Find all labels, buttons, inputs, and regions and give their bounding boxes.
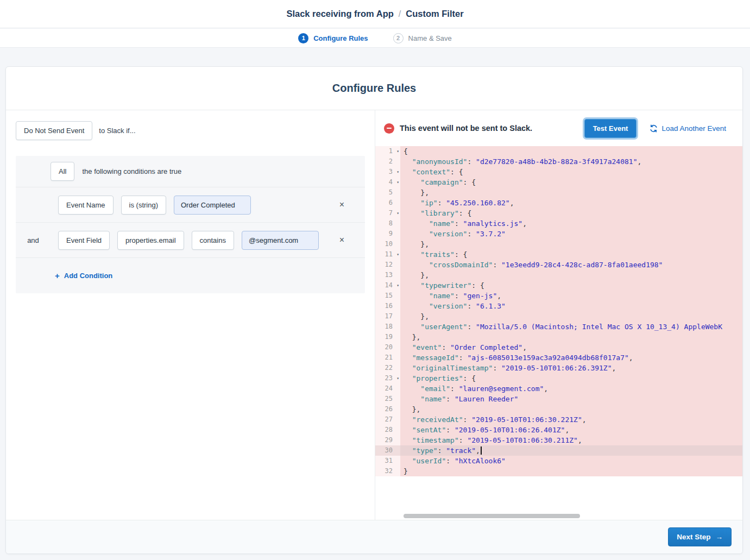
condition-pill-button[interactable]: Event Field: [58, 231, 110, 250]
line-number: 9: [375, 229, 400, 239]
remove-condition-button[interactable]: ×: [337, 235, 346, 246]
condition-pill-button[interactable]: properties.email: [117, 231, 184, 250]
condition-value-input[interactable]: [242, 231, 319, 250]
line-number: 25: [375, 394, 400, 404]
code-content[interactable]: "ip": "45.250.160.82",: [400, 198, 742, 208]
code-content[interactable]: "version": "3.7.2": [400, 229, 742, 239]
horizontal-scrollbar[interactable]: [404, 514, 580, 518]
line-number: 14▾: [375, 280, 400, 291]
code-content[interactable]: },: [400, 404, 742, 414]
condition-pill-button[interactable]: Event Name: [58, 196, 114, 215]
code-content[interactable]: },: [400, 239, 742, 249]
event-preview-panel: This event will not be sent to Slack. Te…: [375, 110, 742, 520]
code-line: 30 "type": "track",: [375, 445, 742, 456]
load-another-event-link[interactable]: Load Another Event: [650, 124, 726, 133]
code-line: 31 "userId": "hXtcAlook6": [375, 456, 742, 466]
code-content[interactable]: "originalTimestamp": "2019-05-10T01:06:2…: [400, 363, 742, 373]
fold-arrow-icon[interactable]: ▾: [396, 208, 399, 218]
next-step-button[interactable]: Next Step →: [668, 527, 732, 546]
fold-arrow-icon[interactable]: ▾: [396, 249, 399, 260]
code-content[interactable]: "receivedAt": "2019-05-10T01:06:30.221Z"…: [400, 414, 742, 425]
code-line: 13 },: [375, 270, 742, 280]
code-content[interactable]: },: [400, 187, 742, 198]
code-content[interactable]: "userId": "hXtcAlook6": [400, 456, 742, 466]
code-content[interactable]: "version": "6.1.3": [400, 301, 742, 311]
code-content[interactable]: }: [400, 466, 742, 476]
code-line: 26 },: [375, 404, 742, 414]
code-content[interactable]: "name": "analytics.js",: [400, 218, 742, 229]
card-title: Configure Rules: [6, 67, 742, 110]
code-content[interactable]: {: [400, 146, 742, 156]
code-content[interactable]: },: [400, 332, 742, 342]
code-line: 20 "event": "Order Completed",: [375, 342, 742, 353]
code-content[interactable]: "context": {: [400, 167, 742, 177]
filter-status-text: This event will not be sent to Slack.: [400, 124, 532, 133]
code-content[interactable]: "userAgent": "Mozilla/5.0 (Macintosh; In…: [400, 322, 742, 332]
fold-arrow-icon[interactable]: ▾: [396, 167, 399, 177]
code-content[interactable]: "typewriter": {: [400, 280, 742, 291]
line-number: 12: [375, 260, 400, 270]
code-line: 3▾ "context": {: [375, 167, 742, 177]
line-number: 28: [375, 425, 400, 435]
code-line: 28 "sentAt": "2019-05-10T01:06:26.401Z",: [375, 425, 742, 435]
code-line: 21 "messageId": "ajs-6085013e159ac3a92a0…: [375, 353, 742, 363]
code-line: 7▾ "library": {: [375, 208, 742, 218]
code-content[interactable]: "anonymousId": "d2e77820-a48b-4b2b-882a-…: [400, 156, 742, 167]
remove-condition-button[interactable]: ×: [337, 199, 346, 210]
breadcrumb-primary[interactable]: Slack receiving from App: [286, 9, 393, 19]
line-number: 2: [375, 156, 400, 167]
code-content[interactable]: "name": "Lauren Reeder": [400, 394, 742, 404]
code-content[interactable]: },: [400, 311, 742, 322]
add-condition-row: + Add Condition: [16, 257, 365, 293]
code-content[interactable]: "properties": {: [400, 373, 742, 383]
condition-pill-button[interactable]: is (string): [121, 196, 166, 215]
match-type-button[interactable]: All: [51, 162, 74, 181]
code-content[interactable]: "crossDomainId": "1e3eedd9-28c4-428c-ad8…: [400, 260, 742, 270]
condition-pill-button[interactable]: contains: [192, 231, 234, 250]
line-number: 5: [375, 187, 400, 198]
line-number: 31: [375, 456, 400, 466]
code-line: 5 },: [375, 187, 742, 198]
test-event-button[interactable]: Test Event: [584, 119, 637, 138]
code-content[interactable]: "event": "Order Completed",: [400, 342, 742, 353]
refresh-icon: [650, 124, 658, 133]
code-content[interactable]: "campaign": {: [400, 177, 742, 187]
step-number-icon: 1: [298, 33, 308, 43]
line-number: 16: [375, 301, 400, 311]
code-content[interactable]: "library": {: [400, 208, 742, 218]
code-content[interactable]: "timestamp": "2019-05-10T01:06:30.211Z",: [400, 435, 742, 445]
line-number: 11▾: [375, 249, 400, 260]
add-condition-label: Add Condition: [64, 272, 113, 280]
code-line: 23▾ "properties": {: [375, 373, 742, 383]
code-content[interactable]: "messageId": "ajs-6085013e159ac3a92a0494…: [400, 353, 742, 363]
code-content[interactable]: "name": "gen-js",: [400, 291, 742, 301]
fold-arrow-icon[interactable]: ▾: [396, 373, 399, 383]
json-code-editor[interactable]: 1▾{2 "anonymousId": "d2e77820-a48b-4b2b-…: [375, 146, 742, 520]
add-condition-button[interactable]: + Add Condition: [55, 271, 112, 280]
step-name-save[interactable]: 2 Name & Save: [393, 33, 452, 43]
fold-arrow-icon[interactable]: ▾: [396, 146, 399, 156]
next-step-label: Next Step: [677, 533, 710, 541]
condition-value-input[interactable]: [174, 196, 251, 215]
code-content[interactable]: "type": "track",: [400, 445, 742, 456]
code-line: 12 "crossDomainId": "1e3eedd9-28c4-428c-…: [375, 260, 742, 270]
line-number: 30: [375, 445, 400, 456]
line-number: 19: [375, 332, 400, 342]
code-content[interactable]: "traits": {: [400, 249, 742, 260]
code-line: 19 },: [375, 332, 742, 342]
code-content[interactable]: "email": "lauren@segment.com",: [400, 383, 742, 394]
fold-arrow-icon[interactable]: ▾: [396, 280, 399, 291]
code-line: 32}: [375, 466, 742, 476]
plus-icon: +: [55, 271, 60, 280]
conjunction-label: and: [16, 236, 51, 244]
line-number: 10: [375, 239, 400, 249]
line-number: 17: [375, 311, 400, 322]
step-configure-rules[interactable]: 1 Configure Rules: [298, 33, 368, 43]
code-content[interactable]: },: [400, 270, 742, 280]
code-line: 15 "name": "gen-js",: [375, 291, 742, 301]
code-content[interactable]: "sentAt": "2019-05-10T01:06:26.401Z",: [400, 425, 742, 435]
line-number: 32: [375, 466, 400, 476]
filter-action-button[interactable]: Do Not Send Event: [16, 121, 92, 140]
fold-arrow-icon[interactable]: ▾: [396, 177, 399, 187]
code-line: 22 "originalTimestamp": "2019-05-10T01:0…: [375, 363, 742, 373]
